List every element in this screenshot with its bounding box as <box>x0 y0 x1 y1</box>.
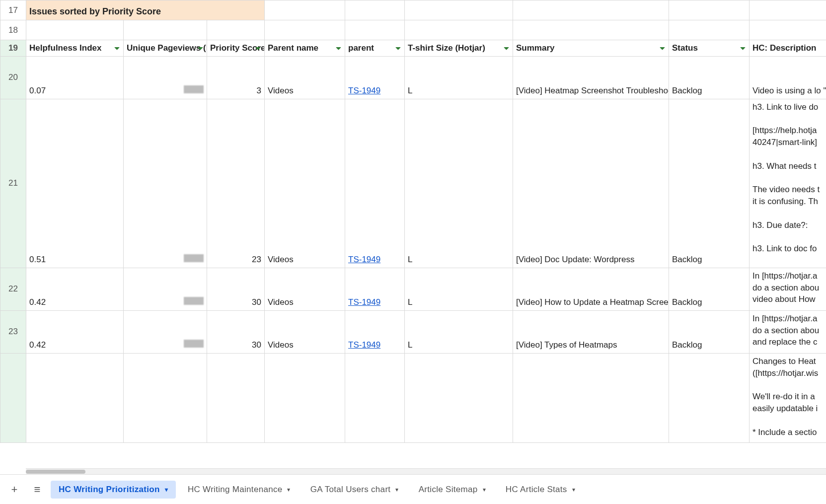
column-header-pageviews[interactable]: Unique Pageviews (Last 30 days)⏷ <box>124 40 207 57</box>
all-sheets-button[interactable]: ≡ <box>28 480 47 499</box>
cell-helpfulness[interactable]: 0.42 <box>26 310 124 353</box>
cell-description[interactable]: In [https://hotjar.a do a section abou a… <box>750 310 826 353</box>
cell-parent-name[interactable]: Videos <box>265 99 345 268</box>
cell-parent[interactable]: TS-1949 <box>345 268 405 310</box>
sheet-tab[interactable]: HC Article Stats ▾ <box>498 481 583 499</box>
header-label: Status <box>672 43 698 53</box>
scrollbar-thumb[interactable] <box>26 470 85 474</box>
column-header-description[interactable]: HC: Description <box>750 40 826 57</box>
redacted-value <box>184 297 204 305</box>
section-title[interactable]: Issues sorted by Priority Score <box>26 0 265 20</box>
filter-icon[interactable]: ⏷ <box>114 44 120 53</box>
header-label: Parent name <box>268 43 318 53</box>
cell-parent[interactable]: TS-1949 <box>345 99 405 268</box>
cell-helpfulness[interactable]: 0.07 <box>26 56 124 99</box>
parent-link[interactable]: TS-1949 <box>348 297 380 307</box>
filter-icon[interactable]: ⏷ <box>255 44 261 53</box>
tab-label: HC Writing Maintenance <box>188 485 283 495</box>
cell-tshirt[interactable]: L <box>405 56 513 99</box>
cell-tshirt[interactable]: L <box>405 268 513 310</box>
chevron-down-icon[interactable]: ▾ <box>395 486 398 493</box>
cell-summary[interactable]: [Video] Heatmap Screenshot Troubleshooti… <box>513 56 669 99</box>
filter-icon[interactable]: ⏷ <box>659 44 666 53</box>
column-header-summary[interactable]: Summary⏷ <box>513 40 669 57</box>
cell-summary[interactable]: [Video] Types of Heatmaps <box>513 310 669 353</box>
chevron-down-icon[interactable]: ▾ <box>483 486 486 493</box>
parent-link[interactable]: TS-1949 <box>348 255 380 264</box>
header-label: parent <box>348 43 374 53</box>
cell-pageviews[interactable] <box>124 56 207 99</box>
add-sheet-button[interactable]: + <box>5 480 24 499</box>
tab-label: Article Sitemap <box>419 485 478 495</box>
cell-helpfulness[interactable]: 0.42 <box>26 268 124 310</box>
column-header-status[interactable]: Status⏷ <box>669 40 750 57</box>
cell-priority[interactable]: 30 <box>207 268 265 310</box>
spreadsheet-grid[interactable]: 17 Issues sorted by Priority Score 18 19… <box>0 0 826 474</box>
cell-status[interactable]: Backlog <box>669 310 750 353</box>
tab-label: GA Total Users chart <box>310 485 391 495</box>
chevron-down-icon[interactable]: ▾ <box>572 486 575 493</box>
cell-pageviews[interactable] <box>124 99 207 268</box>
cell-tshirt[interactable]: L <box>405 310 513 353</box>
column-header-parent[interactable]: parent⏷ <box>345 40 405 57</box>
cell-description[interactable]: h3. Link to live do [https://help.hotja … <box>750 99 826 268</box>
cell-pageviews[interactable] <box>124 310 207 353</box>
redacted-value <box>184 85 204 93</box>
column-header-tshirt[interactable]: T-shirt Size (Hotjar)⏷ <box>405 40 513 57</box>
cell-status[interactable]: Backlog <box>669 56 750 99</box>
cell-parent[interactable]: TS-1949 <box>345 310 405 353</box>
cell-priority[interactable]: 3 <box>207 56 265 99</box>
cell-summary[interactable]: [Video] How to Update a Heatmap Screensh… <box>513 268 669 310</box>
sheet-tabbar: + ≡ HC Writing Prioritization ▾ HC Writi… <box>0 474 826 504</box>
filter-icon[interactable]: ⏷ <box>395 44 401 53</box>
chevron-down-icon[interactable]: ▾ <box>165 486 168 493</box>
row-header[interactable]: 21 <box>0 99 26 268</box>
cell-priority[interactable]: 23 <box>207 99 265 268</box>
cell-status[interactable]: Backlog <box>669 268 750 310</box>
cell-helpfulness[interactable]: 0.51 <box>26 99 124 268</box>
row-header[interactable] <box>0 353 26 442</box>
cell-description[interactable]: Video is using a lo "whitelist" vs "allo <box>750 56 826 99</box>
sheet-tab[interactable]: HC Writing Prioritization ▾ <box>51 481 176 499</box>
row-header[interactable]: 23 <box>0 310 26 353</box>
row-header[interactable]: 19 <box>0 40 26 57</box>
cell-description[interactable]: Changes to Heat ([https://hotjar.wis We'… <box>750 353 826 442</box>
column-header-priority[interactable]: Priority Score⏷ <box>207 40 265 57</box>
filter-icon[interactable]: ⏷ <box>503 44 510 53</box>
cell-status[interactable]: Backlog <box>669 99 750 268</box>
row-header[interactable]: 22 <box>0 268 26 310</box>
header-label: Unique Pageviews (Last 30 days) <box>127 43 207 53</box>
filter-icon[interactable]: ⏷ <box>197 44 204 53</box>
header-label: Helpfulness Index <box>29 43 101 53</box>
sheet-tab[interactable]: HC Writing Maintenance ▾ <box>180 481 299 499</box>
row-header[interactable]: 20 <box>0 56 26 99</box>
header-label: T-shirt Size (Hotjar) <box>408 43 485 53</box>
tab-label: HC Article Stats <box>506 485 567 495</box>
chevron-down-icon[interactable]: ▾ <box>287 486 290 493</box>
horizontal-scrollbar[interactable] <box>26 468 826 474</box>
filter-icon[interactable]: ⏷ <box>335 44 342 53</box>
sheet-tab[interactable]: GA Total Users chart ▾ <box>302 481 407 499</box>
cell-parent-name[interactable]: Videos <box>265 310 345 353</box>
column-header-helpfulness[interactable]: Helpfulness Index⏷ <box>26 40 124 57</box>
header-label: HC: Description <box>752 43 816 53</box>
cell-summary[interactable]: [Video] Doc Update: Wordpress <box>513 99 669 268</box>
sheet-tab[interactable]: Article Sitemap ▾ <box>411 481 494 499</box>
cell-tshirt[interactable]: L <box>405 99 513 268</box>
row-header[interactable]: 18 <box>0 20 26 40</box>
cell-description[interactable]: In [https://hotjar.a do a section abou v… <box>750 268 826 310</box>
cell-priority[interactable]: 30 <box>207 310 265 353</box>
cell-parent[interactable]: TS-1949 <box>345 56 405 99</box>
cell-parent-name[interactable]: Videos <box>265 268 345 310</box>
cell-pageviews[interactable] <box>124 268 207 310</box>
parent-link[interactable]: TS-1949 <box>348 86 380 95</box>
filter-icon[interactable]: ⏷ <box>740 44 746 53</box>
header-label: Summary <box>516 43 554 53</box>
column-header-parent-name[interactable]: Parent name⏷ <box>265 40 345 57</box>
cell-parent-name[interactable]: Videos <box>265 56 345 99</box>
redacted-value <box>184 254 204 262</box>
redacted-value <box>184 340 204 348</box>
parent-link[interactable]: TS-1949 <box>348 340 380 350</box>
tab-label: HC Writing Prioritization <box>59 485 160 495</box>
row-header[interactable]: 17 <box>0 0 26 20</box>
